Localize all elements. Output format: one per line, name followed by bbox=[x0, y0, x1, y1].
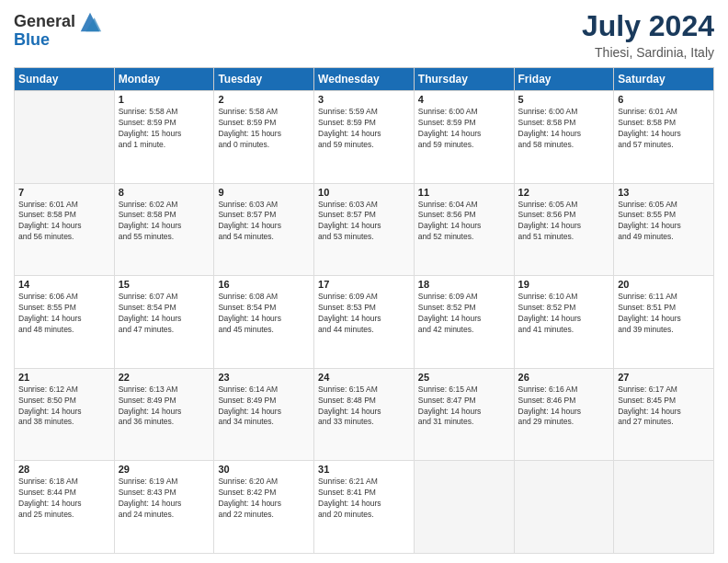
day-number: 28 bbox=[18, 464, 110, 475]
day-number: 3 bbox=[318, 94, 410, 105]
day-number: 25 bbox=[418, 372, 510, 383]
day-number: 10 bbox=[318, 187, 410, 198]
calendar-cell: 7Sunrise: 6:01 AM Sunset: 8:58 PM Daylig… bbox=[15, 183, 115, 276]
day-number: 11 bbox=[418, 187, 510, 198]
day-info: Sunrise: 6:15 AM Sunset: 8:47 PM Dayligh… bbox=[418, 385, 510, 429]
logo-icon bbox=[77, 9, 103, 35]
day-info: Sunrise: 6:20 AM Sunset: 8:42 PM Dayligh… bbox=[218, 477, 310, 521]
location: Thiesi, Sardinia, Italy bbox=[582, 45, 714, 60]
calendar-cell: 12Sunrise: 6:05 AM Sunset: 8:56 PM Dayli… bbox=[514, 183, 614, 276]
calendar-cell: 17Sunrise: 6:09 AM Sunset: 8:53 PM Dayli… bbox=[314, 276, 415, 369]
day-info: Sunrise: 6:17 AM Sunset: 8:45 PM Dayligh… bbox=[618, 385, 710, 429]
day-info: Sunrise: 6:04 AM Sunset: 8:56 PM Dayligh… bbox=[418, 200, 510, 244]
day-number: 15 bbox=[119, 279, 210, 290]
day-info: Sunrise: 6:03 AM Sunset: 8:57 PM Dayligh… bbox=[318, 200, 410, 244]
day-info: Sunrise: 6:00 AM Sunset: 8:58 PM Dayligh… bbox=[518, 107, 610, 151]
weekday-header: Wednesday bbox=[314, 68, 415, 91]
day-info: Sunrise: 6:01 AM Sunset: 8:58 PM Dayligh… bbox=[618, 107, 710, 151]
day-info: Sunrise: 6:16 AM Sunset: 8:46 PM Dayligh… bbox=[518, 385, 610, 429]
calendar-cell: 10Sunrise: 6:03 AM Sunset: 8:57 PM Dayli… bbox=[314, 183, 415, 276]
calendar-cell: 26Sunrise: 6:16 AM Sunset: 8:46 PM Dayli… bbox=[514, 368, 614, 461]
day-number: 18 bbox=[418, 279, 510, 290]
weekday-header: Saturday bbox=[614, 68, 714, 91]
day-number: 23 bbox=[218, 372, 310, 383]
calendar-cell: 13Sunrise: 6:05 AM Sunset: 8:55 PM Dayli… bbox=[614, 183, 714, 276]
day-info: Sunrise: 6:00 AM Sunset: 8:59 PM Dayligh… bbox=[418, 107, 510, 151]
day-number: 20 bbox=[618, 279, 710, 290]
day-number: 31 bbox=[318, 464, 410, 475]
day-number: 2 bbox=[218, 94, 310, 105]
calendar-cell: 1Sunrise: 5:58 AM Sunset: 8:59 PM Daylig… bbox=[114, 91, 214, 184]
day-info: Sunrise: 5:58 AM Sunset: 8:59 PM Dayligh… bbox=[218, 107, 310, 151]
day-number: 26 bbox=[518, 372, 610, 383]
day-number: 16 bbox=[218, 279, 310, 290]
day-info: Sunrise: 6:13 AM Sunset: 8:49 PM Dayligh… bbox=[119, 385, 210, 429]
calendar-cell: 14Sunrise: 6:06 AM Sunset: 8:55 PM Dayli… bbox=[15, 276, 115, 369]
calendar-week-row: 21Sunrise: 6:12 AM Sunset: 8:50 PM Dayli… bbox=[15, 368, 714, 461]
day-info: Sunrise: 6:11 AM Sunset: 8:51 PM Dayligh… bbox=[618, 292, 710, 336]
day-info: Sunrise: 5:59 AM Sunset: 8:59 PM Dayligh… bbox=[318, 107, 410, 151]
day-info: Sunrise: 6:05 AM Sunset: 8:56 PM Dayligh… bbox=[518, 200, 610, 244]
calendar-cell: 5Sunrise: 6:00 AM Sunset: 8:58 PM Daylig… bbox=[514, 91, 614, 184]
calendar-cell: 25Sunrise: 6:15 AM Sunset: 8:47 PM Dayli… bbox=[414, 368, 514, 461]
calendar-cell: 29Sunrise: 6:19 AM Sunset: 8:43 PM Dayli… bbox=[114, 461, 214, 554]
calendar-cell bbox=[514, 461, 614, 554]
calendar-cell: 19Sunrise: 6:10 AM Sunset: 8:52 PM Dayli… bbox=[514, 276, 614, 369]
day-info: Sunrise: 6:18 AM Sunset: 8:44 PM Dayligh… bbox=[18, 477, 110, 521]
day-info: Sunrise: 6:05 AM Sunset: 8:55 PM Dayligh… bbox=[618, 200, 710, 244]
day-info: Sunrise: 6:07 AM Sunset: 8:54 PM Dayligh… bbox=[119, 292, 210, 336]
calendar-cell: 8Sunrise: 6:02 AM Sunset: 8:58 PM Daylig… bbox=[114, 183, 214, 276]
day-number: 30 bbox=[218, 464, 310, 475]
weekday-header-row: SundayMondayTuesdayWednesdayThursdayFrid… bbox=[15, 68, 714, 91]
month-year: July 2024 bbox=[582, 9, 714, 43]
calendar-cell bbox=[15, 91, 115, 184]
weekday-header: Thursday bbox=[414, 68, 514, 91]
calendar-cell: 28Sunrise: 6:18 AM Sunset: 8:44 PM Dayli… bbox=[15, 461, 115, 554]
day-number: 27 bbox=[618, 372, 710, 383]
calendar-cell: 15Sunrise: 6:07 AM Sunset: 8:54 PM Dayli… bbox=[114, 276, 214, 369]
calendar-cell: 22Sunrise: 6:13 AM Sunset: 8:49 PM Dayli… bbox=[114, 368, 214, 461]
calendar-week-row: 1Sunrise: 5:58 AM Sunset: 8:59 PM Daylig… bbox=[15, 91, 714, 184]
day-number: 21 bbox=[18, 372, 110, 383]
day-number: 14 bbox=[18, 279, 110, 290]
calendar-cell bbox=[614, 461, 714, 554]
day-number: 22 bbox=[119, 372, 210, 383]
calendar-week-row: 14Sunrise: 6:06 AM Sunset: 8:55 PM Dayli… bbox=[15, 276, 714, 369]
calendar-week-row: 7Sunrise: 6:01 AM Sunset: 8:58 PM Daylig… bbox=[15, 183, 714, 276]
weekday-header: Tuesday bbox=[214, 68, 314, 91]
calendar-cell: 23Sunrise: 6:14 AM Sunset: 8:49 PM Dayli… bbox=[214, 368, 314, 461]
title-block: July 2024 Thiesi, Sardinia, Italy bbox=[582, 9, 714, 60]
day-number: 9 bbox=[218, 187, 310, 198]
day-number: 13 bbox=[618, 187, 710, 198]
day-number: 5 bbox=[518, 94, 610, 105]
day-number: 29 bbox=[119, 464, 210, 475]
calendar-cell: 21Sunrise: 6:12 AM Sunset: 8:50 PM Dayli… bbox=[15, 368, 115, 461]
calendar-week-row: 28Sunrise: 6:18 AM Sunset: 8:44 PM Dayli… bbox=[15, 461, 714, 554]
day-info: Sunrise: 6:01 AM Sunset: 8:58 PM Dayligh… bbox=[18, 200, 110, 244]
calendar-cell: 27Sunrise: 6:17 AM Sunset: 8:45 PM Dayli… bbox=[614, 368, 714, 461]
calendar-cell: 11Sunrise: 6:04 AM Sunset: 8:56 PM Dayli… bbox=[414, 183, 514, 276]
calendar-cell: 24Sunrise: 6:15 AM Sunset: 8:48 PM Dayli… bbox=[314, 368, 415, 461]
day-number: 17 bbox=[318, 279, 410, 290]
calendar-cell: 6Sunrise: 6:01 AM Sunset: 8:58 PM Daylig… bbox=[614, 91, 714, 184]
calendar-table: SundayMondayTuesdayWednesdayThursdayFrid… bbox=[14, 67, 714, 554]
logo-text-general: General bbox=[14, 13, 75, 31]
calendar-cell: 4Sunrise: 6:00 AM Sunset: 8:59 PM Daylig… bbox=[414, 91, 514, 184]
logo: General Blue bbox=[14, 9, 103, 50]
day-number: 24 bbox=[318, 372, 410, 383]
weekday-header: Monday bbox=[114, 68, 214, 91]
day-number: 12 bbox=[518, 187, 610, 198]
calendar-cell: 2Sunrise: 5:58 AM Sunset: 8:59 PM Daylig… bbox=[214, 91, 314, 184]
day-number: 8 bbox=[119, 187, 210, 198]
day-info: Sunrise: 6:09 AM Sunset: 8:53 PM Dayligh… bbox=[318, 292, 410, 336]
calendar-cell: 30Sunrise: 6:20 AM Sunset: 8:42 PM Dayli… bbox=[214, 461, 314, 554]
calendar-cell: 3Sunrise: 5:59 AM Sunset: 8:59 PM Daylig… bbox=[314, 91, 415, 184]
day-info: Sunrise: 6:21 AM Sunset: 8:41 PM Dayligh… bbox=[318, 477, 410, 521]
calendar-cell: 9Sunrise: 6:03 AM Sunset: 8:57 PM Daylig… bbox=[214, 183, 314, 276]
day-number: 1 bbox=[119, 94, 210, 105]
weekday-header: Friday bbox=[514, 68, 614, 91]
day-number: 19 bbox=[518, 279, 610, 290]
day-info: Sunrise: 6:12 AM Sunset: 8:50 PM Dayligh… bbox=[18, 385, 110, 429]
calendar-cell: 20Sunrise: 6:11 AM Sunset: 8:51 PM Dayli… bbox=[614, 276, 714, 369]
calendar-cell bbox=[414, 461, 514, 554]
